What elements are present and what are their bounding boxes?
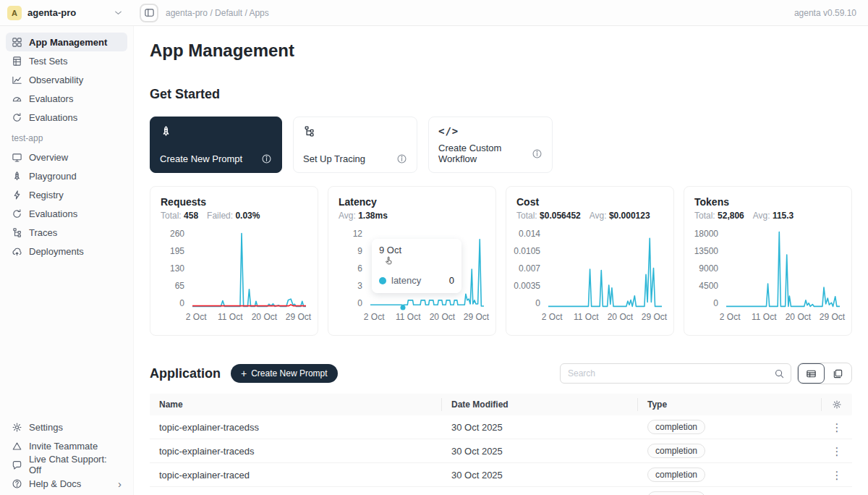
sidebar-item-label: Settings	[29, 422, 63, 433]
tokens-chart[interactable]: 1800013500900045000 2 Oct11 Oct20 Oct29 …	[694, 229, 841, 323]
card-view-icon	[833, 368, 843, 379]
tooltip-value: 0	[449, 275, 454, 286]
line-chart-icon	[12, 75, 22, 85]
sidebar-item-label: Test Sets	[29, 56, 67, 67]
tokens-chart-card: Tokens Total: 52,806Avg: 115.3 180001350…	[684, 186, 852, 336]
workspace-switcher[interactable]: A agenta-pro	[0, 6, 134, 20]
type-badge: completion	[647, 468, 705, 482]
sidebar-item-evaluators[interactable]: Evaluators	[6, 89, 127, 108]
info-icon[interactable]	[532, 148, 542, 159]
refresh-icon	[12, 112, 22, 123]
chart-title: Tokens	[694, 196, 841, 208]
x-axis-ticks: 2 Oct11 Oct20 Oct29 Oct	[726, 312, 840, 322]
cost-chart-card: Cost Total: $0.056452Avg: $0.000123 0.01…	[506, 186, 674, 336]
column-header-type[interactable]: Type	[638, 398, 822, 411]
topbar: A agenta-pro agenta-pro / Default / Apps…	[0, 0, 868, 26]
chart-plot[interactable]	[192, 231, 306, 308]
rocket-icon	[160, 125, 172, 138]
type-badge: completion	[647, 444, 705, 458]
sidebar-item-label: App Management	[29, 37, 107, 48]
gear-icon	[12, 422, 22, 433]
info-icon[interactable]	[261, 153, 272, 164]
sidebar-item-label: Overview	[29, 152, 68, 163]
sidebar-item-live-chat-support[interactable]: Live Chat Support: Off	[6, 455, 127, 474]
cost-chart[interactable]: 0.0140.01050.0070.00350 2 Oct11 Oct20 Oc…	[516, 229, 663, 323]
sidebar-item-traces[interactable]: Traces	[6, 223, 127, 242]
sidebar-item-label: Live Chat Support: Off	[29, 454, 122, 475]
table-row[interactable]: topic-explainer-traced 30 Oct 2025 compl…	[150, 463, 852, 487]
table-row[interactable]: topic-explainer-traceds 30 Oct 2025 comp…	[150, 439, 852, 463]
search-icon[interactable]	[774, 368, 785, 379]
series-dot	[379, 277, 386, 284]
sidebar-item-app-evaluations[interactable]: Evaluations	[6, 204, 127, 223]
cursor-hand-icon	[383, 255, 394, 266]
sidebar-item-help-docs[interactable]: Help & Docs ›	[6, 474, 127, 493]
app-name[interactable]: topic-explainer-traceds	[150, 446, 442, 457]
app-name[interactable]: topic-explainer-traced	[150, 470, 442, 481]
type-badge: completion	[647, 491, 705, 495]
sidebar-item-label: Registry	[29, 190, 64, 200]
sidebar-item-overview[interactable]: Overview	[6, 148, 127, 166]
y-axis-ticks: 129630	[339, 229, 367, 308]
search-box[interactable]	[560, 363, 791, 384]
sidebar-item-test-sets[interactable]: Test Sets	[6, 51, 127, 70]
card-label: Create Custom Workflow	[438, 143, 532, 164]
sidebar-item-label: Help & Docs	[29, 478, 81, 489]
row-menu-icon[interactable]: ⋮	[832, 446, 843, 457]
sidebar-item-app-management[interactable]: App Management	[6, 33, 127, 51]
app-name[interactable]: topic-explainer-tracedss	[150, 422, 442, 433]
sidebar-item-evaluations[interactable]: Evaluations	[6, 108, 127, 127]
chart-plot[interactable]	[548, 231, 662, 308]
sidebar-item-label: Traces	[29, 227, 57, 238]
y-axis-ticks: 260195130650	[161, 229, 190, 308]
table-icon	[12, 56, 22, 67]
chart-stats: Total: 52,806Avg: 115.3	[694, 211, 841, 221]
create-new-prompt-card[interactable]: Create New Prompt	[150, 117, 282, 173]
table-view-icon	[806, 368, 817, 379]
sidebar: App Management Test Sets Observability E…	[0, 26, 134, 495]
create-custom-workflow-card[interactable]: </> Create Custom Workflow	[428, 117, 553, 173]
chart-stats: Total: $0.056452Avg: $0.000123	[516, 211, 663, 221]
breadcrumb[interactable]: agenta-pro / Default / Apps	[166, 8, 269, 18]
x-axis-ticks: 2 Oct11 Oct20 Oct29 Oct	[192, 312, 306, 322]
chart-title: Cost	[516, 196, 663, 208]
sidebar-item-label: Evaluations	[29, 208, 77, 219]
sidebar-item-registry[interactable]: Registry	[6, 185, 127, 204]
application-toolbar: Application + Create New Prompt	[150, 363, 852, 384]
chart-tooltip: 9 Oct latency 0	[372, 239, 461, 293]
sidebar-item-label: Evaluators	[29, 93, 73, 104]
search-input[interactable]	[568, 368, 774, 378]
table-row[interactable]: topic-explainer-tracedss 30 Oct 2025 com…	[150, 415, 852, 439]
info-icon[interactable]	[396, 153, 407, 164]
requests-chart[interactable]: 260195130650 2 Oct11 Oct20 Oct29 Oct	[161, 229, 307, 323]
sidebar-toggle-button[interactable]	[140, 4, 158, 22]
refresh-icon	[12, 208, 22, 219]
row-menu-icon[interactable]: ⋮	[832, 422, 843, 433]
trace-tree-icon	[12, 227, 22, 238]
column-settings-gear-icon[interactable]	[832, 399, 842, 410]
sidebar-item-observability[interactable]: Observability	[6, 70, 127, 89]
table-row[interactable]: career-assessment 27 Oct 2025 completion…	[150, 487, 852, 495]
card-view-button[interactable]	[825, 363, 851, 384]
sidebar-section-label: test-app	[0, 127, 133, 148]
table-view-button[interactable]	[798, 363, 825, 384]
sidebar-item-invite-teammate[interactable]: Invite Teammate	[6, 436, 127, 455]
sidebar-item-label: Invite Teammate	[29, 441, 98, 452]
chart-plot[interactable]	[726, 231, 840, 308]
column-header-date-modified[interactable]: Date Modified	[442, 398, 638, 411]
help-circle-icon	[12, 478, 22, 489]
sidebar-item-deployments[interactable]: Deployments	[6, 242, 127, 261]
chart-stats: Total: 458Failed: 0.03%	[161, 211, 307, 221]
create-new-prompt-button[interactable]: + Create New Prompt	[231, 364, 338, 383]
sidebar-item-settings[interactable]: Settings	[6, 418, 127, 436]
chart-title: Requests	[161, 196, 307, 208]
sidebar-item-playground[interactable]: Playground	[6, 166, 127, 185]
page-title: App Management	[150, 41, 852, 61]
row-menu-icon[interactable]: ⋮	[832, 470, 843, 481]
latency-chart-card: Latency Avg: 1.38ms 129630 2 Oct11 Oct20…	[328, 186, 496, 336]
set-up-tracing-card[interactable]: Set Up Tracing	[293, 117, 417, 173]
y-axis-ticks: 1800013500900045000	[694, 229, 723, 308]
view-toggle-group	[797, 363, 852, 384]
column-header-name[interactable]: Name	[150, 398, 442, 411]
x-axis-ticks: 2 Oct11 Oct20 Oct29 Oct	[370, 312, 484, 322]
